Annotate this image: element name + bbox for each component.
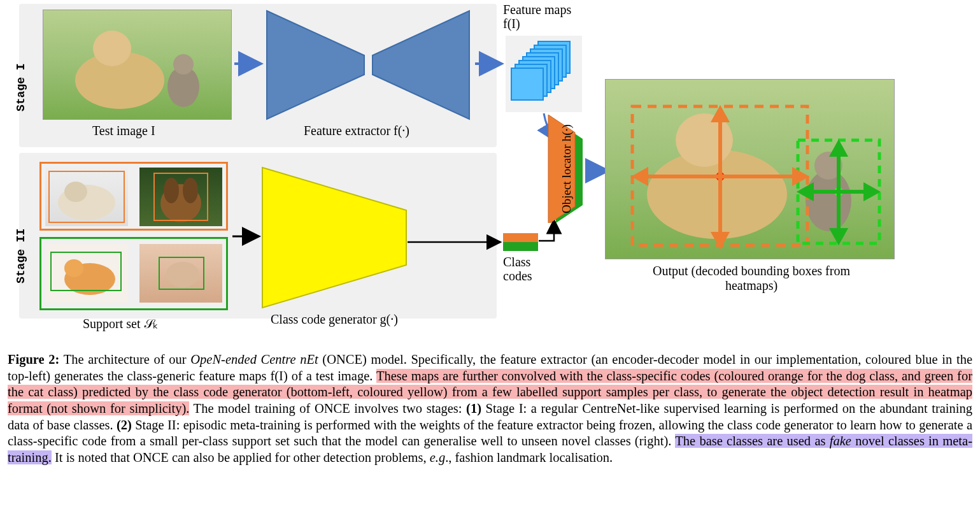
support-set-group [39, 162, 232, 315]
svg-marker-19 [262, 168, 406, 308]
bold-1: (1) [466, 401, 481, 415]
caption-t7: ., fashion landmark localisation. [445, 450, 613, 464]
svg-marker-41 [832, 230, 845, 241]
feature-maps-label: Feature maps f(I) [503, 3, 579, 31]
svg-marker-37 [794, 170, 806, 183]
caption-t1: The architecture of our [59, 352, 190, 366]
figure-number: Figure 2: [8, 352, 59, 366]
output-image [605, 79, 895, 259]
eg-italic: e.g [430, 450, 445, 464]
svg-marker-43 [800, 185, 812, 198]
support-cat-row [39, 237, 228, 310]
architecture-diagram: Stage I Stage II Test image I Feature ex… [0, 0, 980, 324]
feature-maps-stack [506, 36, 582, 112]
support-dog-row [39, 162, 228, 231]
class-code-green [503, 242, 538, 251]
bold-2: (2) [117, 418, 132, 432]
class-code-generator-shape [261, 164, 414, 311]
svg-marker-33 [714, 234, 727, 245]
support-set-label: Support set 𝒮ₖ [83, 316, 159, 331]
caption-t6: It is noted that ONCE can also be applie… [52, 450, 430, 464]
class-codes-label: Class codes [503, 255, 554, 283]
class-codes-bars [503, 233, 538, 251]
class-code-orange [503, 233, 538, 242]
figure-caption: Figure 2: The architecture of our OpeN-e… [8, 352, 972, 466]
object-locator-label: Object locator h(·) [560, 124, 574, 213]
output-label: Output (decoded bounding boxes from heat… [630, 264, 872, 293]
svg-marker-31 [714, 109, 727, 120]
svg-marker-35 [635, 170, 646, 183]
svg-marker-39 [832, 143, 845, 155]
svg-marker-45 [865, 185, 877, 198]
caption-t3: The model training of ONCE involves two … [189, 401, 466, 415]
model-name-italic: OpeN-ended Centre nEt [190, 352, 318, 366]
class-code-generator-label: Class code generator g(·) [271, 312, 398, 327]
